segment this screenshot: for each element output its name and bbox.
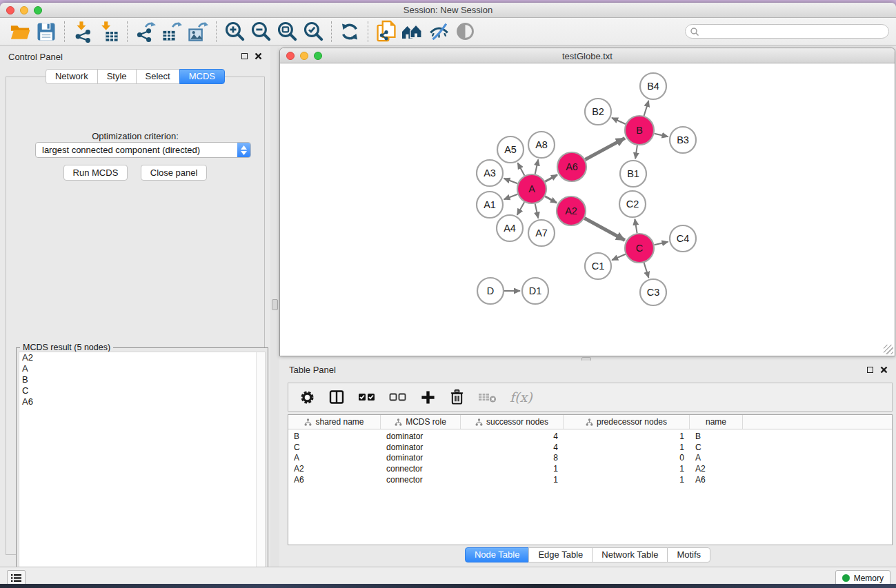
table-cell[interactable]: 4 bbox=[461, 432, 564, 441]
tab-style[interactable]: Style bbox=[97, 69, 137, 84]
close-panel-icon[interactable] bbox=[255, 52, 262, 60]
table-cell[interactable]: 1 bbox=[564, 432, 690, 441]
import-table-button[interactable] bbox=[96, 20, 122, 43]
table-cell[interactable]: A2 bbox=[690, 464, 743, 474]
tree-icon bbox=[395, 418, 402, 426]
table-cell[interactable]: 1 bbox=[564, 475, 690, 485]
refresh-button[interactable] bbox=[337, 20, 363, 43]
table-cell[interactable]: A6 bbox=[288, 475, 381, 485]
zoom-fit-button[interactable] bbox=[274, 20, 300, 43]
tab-select[interactable]: Select bbox=[136, 69, 180, 84]
table-cell[interactable]: 1 bbox=[564, 443, 690, 452]
table-cell[interactable]: dominator bbox=[381, 432, 461, 441]
export-image-button[interactable] bbox=[185, 20, 211, 43]
tab-motifs[interactable]: Motifs bbox=[667, 547, 710, 562]
result-item[interactable]: A6 bbox=[19, 396, 265, 407]
open-file-button[interactable] bbox=[7, 20, 33, 43]
export-network-button[interactable] bbox=[132, 20, 159, 43]
table-cell[interactable]: connector bbox=[381, 464, 461, 474]
float-panel-icon[interactable] bbox=[241, 53, 248, 59]
settings-gear-icon[interactable] bbox=[299, 389, 315, 405]
save-session-button[interactable] bbox=[33, 20, 59, 43]
column-header-shared-name[interactable]: shared name bbox=[288, 415, 381, 429]
hide-panel-button[interactable] bbox=[426, 20, 452, 43]
graph-edge-A-A2[interactable] bbox=[545, 196, 557, 203]
table-cell[interactable]: B bbox=[288, 432, 381, 441]
graph-edge-C-C2[interactable] bbox=[635, 219, 637, 234]
table-cell[interactable]: A bbox=[690, 453, 743, 463]
result-item[interactable]: A2 bbox=[19, 352, 265, 363]
table-cell[interactable]: C bbox=[288, 443, 381, 452]
table-cell[interactable]: 1 bbox=[461, 475, 564, 485]
table-cell[interactable]: C bbox=[690, 443, 743, 452]
table-cell[interactable]: dominator bbox=[381, 443, 461, 452]
vertical-divider-grip[interactable] bbox=[272, 299, 278, 310]
table-cell[interactable]: A6 bbox=[690, 475, 743, 485]
select-all-icon[interactable] bbox=[358, 390, 376, 404]
tab-network-table[interactable]: Network Table bbox=[592, 547, 668, 562]
run-mcds-button[interactable]: Run MCDS bbox=[63, 165, 128, 181]
graph-edge-C-C3[interactable] bbox=[644, 263, 649, 278]
graph-edge-C-C4[interactable] bbox=[654, 242, 668, 245]
tab-mcds[interactable]: MCDS bbox=[179, 69, 225, 84]
graph-edge-A-A7[interactable] bbox=[535, 203, 539, 218]
column-header-predecessor-nodes[interactable]: predecessor nodes bbox=[564, 415, 690, 429]
table-toolbar: f(x) bbox=[288, 383, 893, 412]
table-cell[interactable]: A2 bbox=[288, 464, 381, 474]
tab-node-table[interactable]: Node Table bbox=[465, 547, 530, 562]
graph-edge-A6-B[interactable] bbox=[585, 138, 625, 159]
graph-edge-C-C1[interactable] bbox=[612, 254, 626, 261]
network-canvas[interactable]: B4B2BB3A5A8A6A3B1AA1C2A2A4A7C4CC1C3DD1 bbox=[280, 63, 895, 356]
graph-edge-A-A1[interactable] bbox=[504, 194, 518, 199]
dropdown-stepper-icon[interactable] bbox=[237, 143, 250, 157]
graph-edge-B-B3[interactable] bbox=[654, 134, 668, 136]
float-table-panel-icon[interactable] bbox=[867, 367, 873, 373]
zoom-in-button[interactable] bbox=[221, 20, 248, 43]
import-network-button[interactable] bbox=[70, 20, 96, 43]
table-cell[interactable]: dominator bbox=[381, 453, 461, 463]
show-panel-button[interactable] bbox=[452, 20, 478, 43]
table-cell[interactable]: B bbox=[690, 432, 743, 441]
show-column-icon[interactable] bbox=[328, 389, 345, 405]
search-input[interactable] bbox=[699, 26, 888, 37]
apply-function-button[interactable]: f(x) bbox=[510, 389, 532, 405]
table-cell[interactable]: connector bbox=[381, 475, 461, 485]
delete-column-trash-icon[interactable] bbox=[449, 389, 465, 405]
column-header-successor-nodes[interactable]: successor nodes bbox=[461, 415, 564, 429]
close-panel-button[interactable]: Close panel bbox=[141, 165, 208, 181]
graph-edge-A-A4[interactable] bbox=[517, 202, 524, 215]
tab-edge-table[interactable]: Edge Table bbox=[528, 547, 593, 562]
delete-table-icon[interactable] bbox=[478, 391, 497, 403]
clone-network-button[interactable] bbox=[373, 20, 399, 43]
tab-network[interactable]: Network bbox=[46, 69, 98, 84]
optimization-dropdown[interactable]: largest connected component (directed) bbox=[35, 142, 251, 158]
result-item[interactable]: C bbox=[19, 385, 265, 396]
table-cell[interactable]: A bbox=[288, 453, 381, 463]
graph-edge-A2-C[interactable] bbox=[584, 219, 625, 241]
add-column-icon[interactable] bbox=[420, 389, 436, 405]
result-scrollbar[interactable] bbox=[256, 352, 265, 582]
result-item[interactable]: A bbox=[19, 363, 265, 374]
deselect-all-icon[interactable] bbox=[389, 390, 407, 404]
table-cell[interactable]: 1 bbox=[461, 464, 564, 474]
graph-edge-A-A5[interactable] bbox=[518, 163, 525, 175]
result-item[interactable]: B bbox=[19, 374, 265, 385]
column-header-name[interactable]: name bbox=[690, 415, 743, 429]
home-button[interactable] bbox=[399, 20, 426, 43]
graph-edge-A-A3[interactable] bbox=[504, 179, 518, 183]
resize-grip-icon[interactable] bbox=[884, 345, 893, 354]
graph-edge-A-A6[interactable] bbox=[545, 175, 557, 182]
export-table-button[interactable] bbox=[159, 20, 185, 43]
table-cell[interactable]: 8 bbox=[461, 453, 564, 463]
graph-edge-B-B4[interactable] bbox=[644, 101, 649, 116]
graph-edge-A-A8[interactable] bbox=[535, 159, 539, 174]
close-table-panel-icon[interactable] bbox=[880, 366, 888, 374]
table-cell[interactable]: 0 bbox=[564, 453, 690, 463]
table-cell[interactable]: 1 bbox=[564, 464, 690, 474]
table-cell[interactable]: 4 bbox=[461, 443, 564, 452]
column-header-MCDS-role[interactable]: MCDS role bbox=[381, 415, 461, 429]
zoom-selected-button[interactable] bbox=[300, 20, 326, 43]
graph-edge-B-B1[interactable] bbox=[635, 145, 637, 159]
graph-edge-B-B2[interactable] bbox=[612, 118, 626, 124]
zoom-out-button[interactable] bbox=[248, 20, 274, 43]
